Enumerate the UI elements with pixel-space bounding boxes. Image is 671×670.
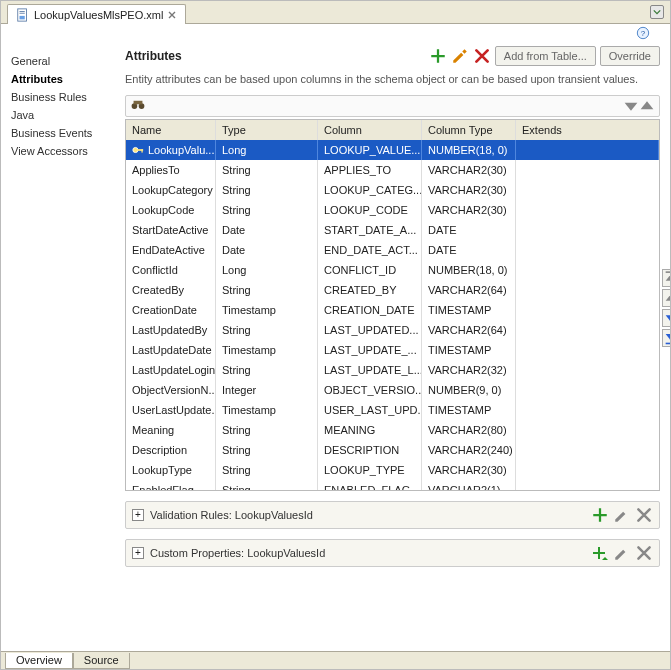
cell-column-type: NUMBER(18, 0) (422, 140, 516, 160)
sidenav-item-attributes[interactable]: Attributes (7, 70, 115, 88)
table-row[interactable]: LastUpdateLoginStringLAST_UPDATE_L...VAR… (126, 360, 659, 380)
expand-custom-button[interactable]: + (132, 547, 144, 559)
custom-properties-title: Custom Properties: LookupValuesId (150, 547, 325, 559)
svg-text:?: ? (641, 29, 646, 38)
editor-tab[interactable]: LookupValuesMlsPEO.xml (7, 4, 186, 24)
cell-column: OBJECT_VERSIO... (318, 380, 422, 400)
cell-column-type: VARCHAR2(30) (422, 160, 516, 180)
filter-down-button[interactable] (623, 98, 639, 114)
cell-column-type: VARCHAR2(64) (422, 320, 516, 340)
cell-column: LOOKUP_CATEG... (318, 180, 422, 200)
cell-type: Date (216, 240, 318, 260)
table-row[interactable]: ConflictIdLongCONFLICT_IDNUMBER(18, 0) (126, 260, 659, 280)
move-up-button[interactable] (662, 289, 670, 307)
cell-type: String (216, 180, 318, 200)
cell-column: LOOKUP_TYPE (318, 460, 422, 480)
table-row[interactable]: LookupTypeStringLOOKUP_TYPEVARCHAR2(30) (126, 460, 659, 480)
cell-type: String (216, 200, 318, 220)
table-row[interactable]: LookupValu...LongLOOKUP_VALUE...NUMBER(1… (126, 140, 659, 160)
cell-type: Integer (216, 380, 318, 400)
column-header-type[interactable]: Type (216, 120, 318, 140)
cell-column-type: VARCHAR2(1) (422, 480, 516, 490)
filter-up-button[interactable] (639, 98, 655, 114)
move-top-button[interactable] (662, 269, 670, 287)
column-header-name[interactable]: Name (126, 120, 216, 140)
editor-tab-title: LookupValuesMlsPEO.xml (34, 9, 163, 21)
sidenav-item-business-rules[interactable]: Business Rules (7, 88, 115, 106)
sidenav-item-view-accessors[interactable]: View Accessors (7, 142, 115, 160)
table-row[interactable]: AppliesToStringAPPLIES_TOVARCHAR2(30) (126, 160, 659, 180)
table-row[interactable]: CreatedByStringCREATED_BYVARCHAR2(64) (126, 280, 659, 300)
toggle-panel-button[interactable] (650, 5, 664, 19)
table-row[interactable]: LastUpdatedByStringLAST_UPDATED...VARCHA… (126, 320, 659, 340)
cell-column: START_DATE_A... (318, 220, 422, 240)
cell-column: DESCRIPTION (318, 440, 422, 460)
add-attribute-button[interactable] (429, 47, 447, 65)
edit-custom-button[interactable] (613, 544, 631, 562)
column-header-column[interactable]: Column (318, 120, 422, 140)
sidenav-item-business-events[interactable]: Business Events (7, 124, 115, 142)
cell-extends (516, 140, 659, 160)
edit-validation-button[interactable] (613, 506, 631, 524)
table-row[interactable]: LookupCodeStringLOOKUP_CODEVARCHAR2(30) (126, 200, 659, 220)
add-custom-button[interactable] (591, 544, 609, 562)
cell-name: LookupCategory (126, 180, 216, 200)
table-row[interactable]: ObjectVersionN...IntegerOBJECT_VERSIO...… (126, 380, 659, 400)
cell-column: LOOKUP_CODE (318, 200, 422, 220)
cell-name: LastUpdateLogin (126, 360, 216, 380)
table-row[interactable]: EnabledFlagStringENABLED_FLAGVARCHAR2(1) (126, 480, 659, 490)
footer-tab-source[interactable]: Source (73, 653, 130, 669)
help-icon[interactable]: ? (636, 26, 650, 40)
cell-name: LastUpdatedBy (126, 320, 216, 340)
attributes-table: Name Type Column Column Type Extends Loo… (125, 119, 660, 491)
delete-custom-button[interactable] (635, 544, 653, 562)
delete-validation-button[interactable] (635, 506, 653, 524)
cell-name: CreationDate (126, 300, 216, 320)
table-header-row: Name Type Column Column Type Extends (126, 120, 659, 140)
cell-name: CreatedBy (126, 280, 216, 300)
cell-column-type: VARCHAR2(30) (422, 180, 516, 200)
cell-column-type: NUMBER(9, 0) (422, 380, 516, 400)
cell-extends (516, 160, 659, 180)
cell-column-type: VARCHAR2(30) (422, 200, 516, 220)
cell-type: String (216, 440, 318, 460)
cell-column-type: VARCHAR2(32) (422, 360, 516, 380)
cell-name: EnabledFlag (126, 480, 216, 490)
table-row[interactable]: MeaningStringMEANINGVARCHAR2(80) (126, 420, 659, 440)
table-row[interactable]: CreationDateTimestampCREATION_DATETIMEST… (126, 300, 659, 320)
table-row[interactable]: DescriptionStringDESCRIPTIONVARCHAR2(240… (126, 440, 659, 460)
filter-toolbar (125, 95, 660, 117)
add-from-table-button[interactable]: Add from Table... (495, 46, 596, 66)
binoculars-icon[interactable] (130, 99, 146, 113)
cell-extends (516, 460, 659, 480)
close-tab-icon[interactable] (167, 10, 177, 20)
section-heading: Attributes (125, 49, 182, 63)
cell-column: LAST_UPDATED... (318, 320, 422, 340)
edit-attribute-button[interactable] (451, 47, 469, 65)
cell-name: Meaning (126, 420, 216, 440)
column-header-extends[interactable]: Extends (516, 120, 659, 140)
delete-attribute-button[interactable] (473, 47, 491, 65)
move-down-button[interactable] (662, 309, 670, 327)
sidenav-item-java[interactable]: Java (7, 106, 115, 124)
add-validation-button[interactable] (591, 506, 609, 524)
column-header-column-type[interactable]: Column Type (422, 120, 516, 140)
section-description: Entity attributes can be based upon colu… (125, 72, 660, 87)
table-row[interactable]: StartDateActiveDateSTART_DATE_A...DATE (126, 220, 659, 240)
sidenav-item-general[interactable]: General (7, 52, 115, 70)
table-row[interactable]: EndDateActiveDateEND_DATE_ACT...DATE (126, 240, 659, 260)
cell-type: String (216, 480, 318, 490)
expand-validation-button[interactable]: + (132, 509, 144, 521)
cell-column: LAST_UPDATE_L... (318, 360, 422, 380)
move-bottom-button[interactable] (662, 329, 670, 347)
cell-extends (516, 420, 659, 440)
side-navigation: GeneralAttributesBusiness RulesJavaBusin… (1, 42, 121, 651)
cell-type: String (216, 460, 318, 480)
cell-type: String (216, 420, 318, 440)
table-row[interactable]: LookupCategoryStringLOOKUP_CATEG...VARCH… (126, 180, 659, 200)
table-row[interactable]: UserLastUpdate...TimestampUSER_LAST_UPD.… (126, 400, 659, 420)
cell-extends (516, 300, 659, 320)
footer-tab-overview[interactable]: Overview (5, 653, 73, 669)
override-button[interactable]: Override (600, 46, 660, 66)
table-row[interactable]: LastUpdateDateTimestampLAST_UPDATE_...TI… (126, 340, 659, 360)
